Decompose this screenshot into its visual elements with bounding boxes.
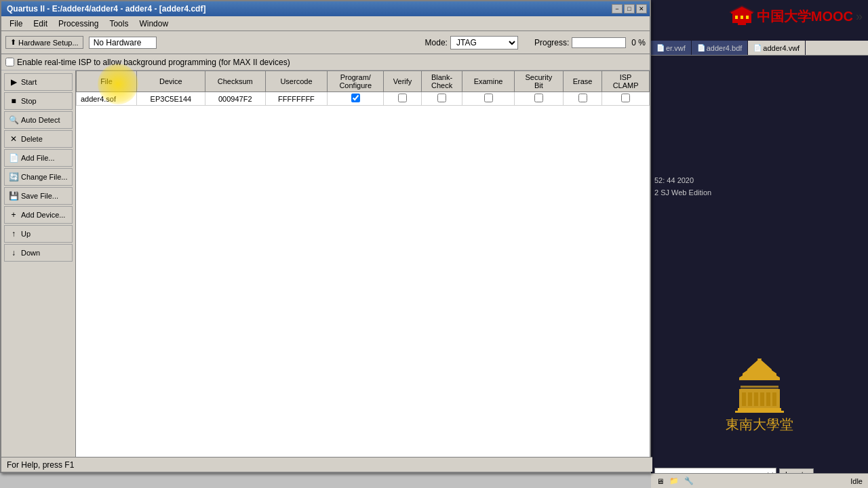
toolbar: ⬆ Hardware Setup... No Hardware Mode: JT…: [1, 31, 650, 54]
cell-verify[interactable]: [384, 92, 421, 106]
mooc-text: 中国大学MOOC: [757, 7, 853, 26]
svg-rect-11: [760, 392, 764, 406]
mode-label: Mode:: [425, 38, 448, 47]
svg-rect-13: [772, 392, 776, 406]
maximize-button[interactable]: □: [624, 4, 635, 14]
menu-file[interactable]: File: [4, 18, 28, 30]
university-logo: 東南大學堂: [651, 359, 868, 434]
col-verify: Verify: [384, 71, 421, 92]
erase-checkbox[interactable]: [578, 94, 587, 102]
hardware-setup-button[interactable]: ⬆ Hardware Setup...: [5, 36, 83, 49]
no-hardware-label: No Hardware: [89, 37, 157, 49]
col-program: Program/Configure: [328, 71, 384, 92]
progress-bar: [572, 37, 626, 48]
change-file-label: Change File...: [21, 173, 67, 181]
delete-button[interactable]: ✕ Delete: [4, 130, 73, 148]
col-security: SecurityBit: [514, 71, 563, 92]
svg-rect-4: [746, 16, 749, 19]
add-file-button[interactable]: 📄 Add File...: [4, 149, 73, 167]
hw-setup-icon: ⬆: [10, 38, 16, 47]
isp-label: Enable real-time ISP to allow background…: [17, 58, 290, 67]
svg-rect-3: [741, 16, 743, 19]
timestamp: 52: 44 2020: [654, 176, 694, 184]
col-erase: Erase: [564, 71, 602, 92]
add-device-button[interactable]: + Add Device...: [4, 206, 73, 224]
edition-text: 2 SJ Web Edition: [654, 188, 711, 197]
mode-section: Mode: JTAG: [425, 36, 518, 49]
status-icon-2: 📁: [669, 476, 679, 485]
status-icon-1: 🖥: [656, 477, 664, 485]
start-icon: ▶: [9, 77, 18, 87]
change-file-button[interactable]: 🔄 Change File...: [4, 168, 73, 186]
menu-tools[interactable]: Tools: [104, 18, 134, 30]
close-button[interactable]: ✕: [636, 4, 647, 14]
table-area: File Device Checksum Usercode Program/Co…: [76, 70, 650, 460]
sidebar: ▶ Start ■ Stop 🔍 Auto Detect ✕ Delete 📄 …: [1, 70, 76, 460]
menu-bar: File Edit Processing Tools Window: [1, 16, 650, 31]
cell-erase[interactable]: [564, 92, 602, 106]
svg-rect-5: [738, 23, 746, 25]
cell-device: EP3C5E144: [137, 92, 205, 106]
start-button[interactable]: ▶ Start: [4, 73, 73, 91]
col-isp: ISPCLAMP: [602, 71, 650, 92]
cell-blank[interactable]: [421, 92, 462, 106]
examine-checkbox[interactable]: [484, 94, 493, 102]
col-file: File: [77, 71, 137, 92]
progress-label: Progress:: [534, 38, 569, 47]
save-file-button[interactable]: 💾 Save File...: [4, 187, 73, 205]
blank-checkbox[interactable]: [437, 94, 446, 102]
cell-security[interactable]: [514, 92, 563, 106]
cell-checksum: 000947F2: [205, 92, 265, 106]
save-file-icon: 💾: [9, 191, 18, 201]
idle-status: Idle: [850, 477, 863, 485]
add-device-label: Add Device...: [21, 211, 65, 219]
mode-select[interactable]: JTAG: [450, 36, 518, 49]
tab-er-vwf[interactable]: 📄 er.vwf: [651, 41, 692, 55]
mooc-building-icon: [728, 5, 755, 27]
tab-adder4-vwf[interactable]: 📄 adder4.vwf: [748, 41, 806, 55]
stop-button[interactable]: ■ Stop: [4, 92, 73, 110]
university-name: 東南大學堂: [726, 415, 793, 434]
title-bar-buttons: − □ ✕: [612, 4, 647, 14]
delete-label: Delete: [21, 135, 43, 143]
cell-program[interactable]: [328, 92, 384, 106]
up-button[interactable]: ↑ Up: [4, 225, 73, 243]
program-checkbox[interactable]: [351, 94, 360, 102]
delete-icon: ✕: [9, 134, 18, 144]
svg-rect-10: [754, 392, 758, 406]
col-blank: Blank-Check: [421, 71, 462, 92]
cell-examine[interactable]: [462, 92, 514, 106]
table-row: adder4.sof EP3C5E144 000947F2 FFFFFFFF: [77, 92, 650, 106]
minimize-button[interactable]: −: [612, 4, 623, 14]
auto-detect-icon: 🔍: [9, 115, 18, 125]
add-device-icon: +: [9, 210, 18, 220]
menu-window[interactable]: Window: [134, 18, 174, 30]
down-icon: ↓: [9, 248, 18, 258]
progress-value: 0 %: [631, 38, 646, 47]
svg-rect-19: [735, 411, 784, 413]
security-checkbox[interactable]: [534, 94, 543, 102]
cell-isp[interactable]: [602, 92, 650, 106]
tab-adder4-bdf[interactable]: 📄 adder4.bdf: [692, 41, 749, 55]
auto-detect-button[interactable]: 🔍 Auto Detect: [4, 111, 73, 129]
isp-checkbox[interactable]: [5, 58, 14, 66]
verify-checkbox[interactable]: [398, 94, 407, 102]
menu-processing[interactable]: Processing: [53, 18, 104, 30]
up-icon: ↑: [9, 229, 18, 239]
svg-rect-18: [738, 408, 781, 411]
status-text: For Help, press F1: [7, 460, 74, 470]
svg-marker-6: [730, 5, 754, 13]
mooc-logo-area: 中国大学MOOC »: [728, 5, 863, 27]
add-file-icon: 📄: [9, 153, 18, 163]
mooc-arrow: »: [856, 9, 863, 24]
col-usercode: Usercode: [265, 71, 327, 92]
status-bar: For Help, press F1: [1, 457, 652, 472]
stop-label: Stop: [21, 97, 37, 105]
down-button[interactable]: ↓ Down: [4, 244, 73, 262]
window-title: Quartus II - E:/adder4/adder4 - adder4 -…: [4, 4, 205, 14]
uni-building-svg: [732, 359, 787, 413]
stop-icon: ■: [9, 96, 18, 106]
col-device: Device: [137, 71, 205, 92]
isp-clamp-checkbox[interactable]: [621, 94, 630, 102]
menu-edit[interactable]: Edit: [28, 18, 53, 30]
